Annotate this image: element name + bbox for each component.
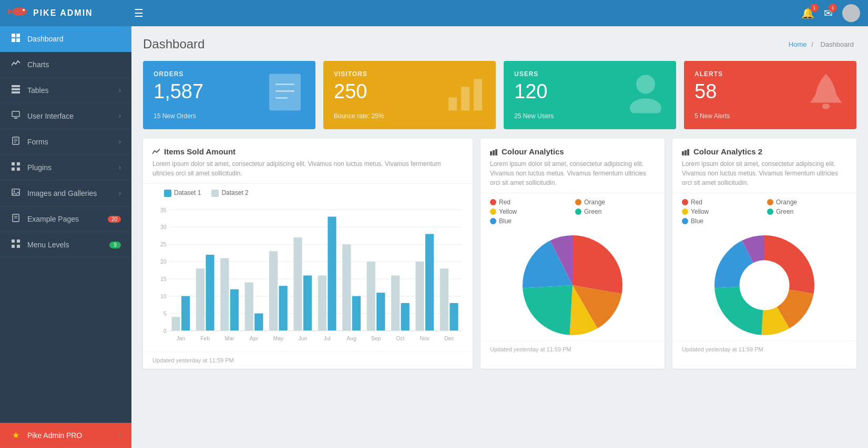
svg-rect-37 [474,79,482,111]
legend-item-2: Dataset 2 [211,189,248,197]
legend-yellow: Yellow [682,208,762,215]
sidebar-item-images[interactable]: Images and Galleries › [0,181,131,206]
svg-rect-76 [328,216,336,330]
pie-chart-1-panel: Colour Analytics Lorem ipsum dolor sit a… [481,139,665,369]
sidebar-item-user-interface[interactable]: User Interface › [0,103,131,129]
pie1-header: Colour Analytics Lorem ipsum dolor sit a… [481,139,665,193]
svg-rect-96 [495,149,497,155]
svg-rect-22 [12,189,19,195]
svg-rect-58 [181,296,190,331]
main-content: Dashboard Home / Dashboard ORDERS 1,587 … [131,26,868,448]
menu-badge: 9 [109,242,121,248]
svg-rect-13 [14,118,17,119]
logo-icon [8,4,29,22]
sidebar-item-tables[interactable]: Tables › [0,78,131,103]
svg-point-100 [740,261,788,309]
breadcrumb: Home / Dashboard [789,40,856,48]
legend-green: Green [767,208,847,215]
chevron-right-icon: › [119,432,121,439]
svg-rect-90 [440,268,448,330]
svg-rect-11 [12,91,20,93]
sidebar-item-label: Dashboard [27,35,121,43]
plugins-icon [11,162,21,173]
svg-rect-75 [318,275,326,330]
legend-orange: Orange [767,199,847,206]
svg-point-0 [12,7,27,16]
app-body: Dashboard Charts Tables › User Interface… [0,26,868,448]
pie2-legend: Red Orange Yellow Green Blue [672,193,856,230]
svg-rect-79 [352,296,361,331]
svg-text:30: 30 [160,224,167,230]
svg-rect-10 [12,88,20,90]
svg-text:20: 20 [160,259,167,265]
chevron-right-icon: › [119,87,121,94]
svg-point-4 [846,16,856,20]
svg-point-3 [848,8,854,14]
legend-green: Green [575,208,655,215]
legend-blue: Blue [490,217,570,225]
pie1-footer: Updated yesterday at 11:59 PM [481,340,665,358]
svg-text:Jan: Jan [176,336,185,341]
svg-rect-94 [490,151,492,155]
svg-rect-28 [17,239,20,243]
sidebar-item-example[interactable]: Example Pages 20 [0,206,131,232]
svg-rect-88 [425,234,434,330]
svg-rect-20 [12,168,15,171]
svg-rect-81 [367,262,375,331]
sidebar-item-dashboard[interactable]: Dashboard [0,26,131,52]
star-icon: ★ [11,430,21,440]
image-icon [11,188,21,199]
svg-point-38 [636,75,655,94]
visitors-icon [444,71,486,119]
svg-rect-9 [12,85,20,87]
svg-text:Nov: Nov [420,336,430,341]
svg-point-23 [14,191,15,192]
pie1-svg [523,235,622,335]
chevron-right-icon: › [119,112,121,120]
svg-rect-63 [220,258,229,330]
svg-text:Feb: Feb [200,336,210,341]
page-header: Dashboard Home / Dashboard [143,37,856,51]
sidebar-item-label: Images and Galleries [27,189,113,197]
sidebar-item-pro[interactable]: ★ Pike Admin PRO › [0,423,131,448]
stat-card-orders: ORDERS 1,587 15 New Orders [143,61,315,129]
svg-text:25: 25 [160,242,167,247]
svg-text:May: May [273,336,284,341]
mail-button[interactable]: ✉ 1 [824,7,833,19]
svg-rect-91 [450,303,458,331]
sidebar-item-plugins[interactable]: Plugins › [0,155,131,181]
stat-card-alerts: ALERTS 58 5 New Alerts [684,61,856,129]
chart-panels: Items Sold Amount Lorem ipsum dolor sit … [143,139,856,369]
example-icon [11,214,21,224]
svg-rect-18 [12,162,15,165]
sidebar-item-forms[interactable]: Forms › [0,129,131,155]
svg-rect-19 [17,162,20,165]
sidebar-item-charts[interactable]: Charts [0,52,131,78]
svg-text:Apr: Apr [250,336,259,341]
chevron-right-icon: › [119,164,121,171]
svg-rect-99 [687,149,689,155]
svg-text:Oct: Oct [396,336,404,341]
pie1-svg-wrap [481,230,665,340]
svg-rect-29 [12,245,15,248]
svg-rect-67 [254,314,263,331]
svg-rect-64 [230,289,239,331]
svg-rect-87 [415,262,424,331]
avatar[interactable] [842,4,860,22]
sidebar-item-label: Pike Admin PRO [27,431,113,440]
notification-button[interactable]: 🔔 1 [801,7,814,19]
svg-rect-66 [245,282,253,330]
pie2-svg [714,235,814,335]
svg-rect-40 [822,104,830,109]
hamburger-icon[interactable]: ☰ [134,7,801,19]
pie1-title: Colour Analytics [490,147,655,156]
svg-text:Sep: Sep [371,336,381,341]
breadcrumb-home[interactable]: Home [789,40,807,48]
notification-badge: 1 [810,4,819,12]
svg-rect-35 [448,98,457,111]
sidebar-item-menu[interactable]: Menu Levels 9 [0,232,131,258]
svg-rect-61 [206,255,214,331]
mail-badge: 1 [829,4,837,12]
svg-rect-78 [342,244,351,330]
sidebar-item-label: User Interface [27,112,113,120]
